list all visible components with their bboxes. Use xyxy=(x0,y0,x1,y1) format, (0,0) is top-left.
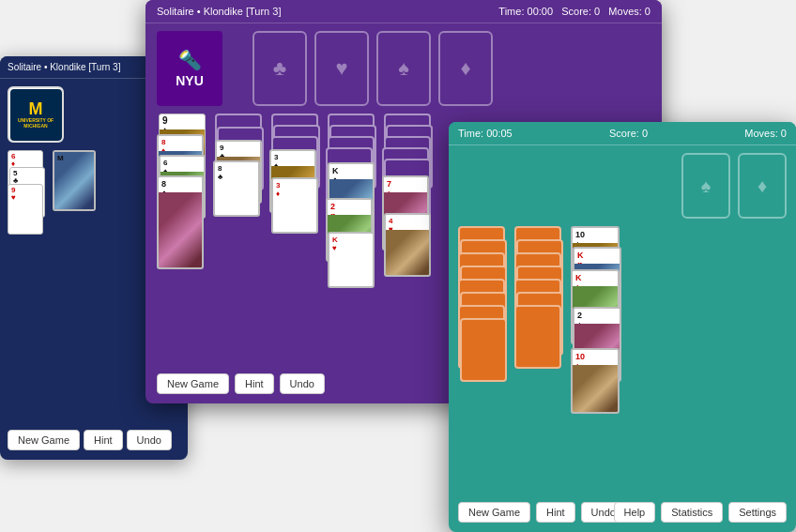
mid-title-bar: Solitaire • Klondike [Turn 3] Time: 00:0… xyxy=(145,0,662,23)
front-game-area: ♠ ♦ xyxy=(449,145,796,493)
front-score: Score: 0 xyxy=(609,128,648,139)
mid-col5-4[interactable]: 4♥ xyxy=(384,213,431,277)
nyu-torch-icon: 🔦 xyxy=(178,49,202,71)
front-window: Time: 00:05 Score: 0 Moves: 0 ♠ ♦ xyxy=(449,122,796,532)
mid-left-buttons: New Game Hint Undo xyxy=(157,373,325,394)
mid-stock-pile[interactable]: 🔦 NYU xyxy=(157,31,222,106)
front-timer: Time: 00:05 xyxy=(458,128,513,139)
front-foundation-1[interactable]: ♠ xyxy=(681,153,730,219)
mid-new-game-button[interactable]: New Game xyxy=(157,373,229,394)
front-new-game-button[interactable]: New Game xyxy=(458,502,530,523)
back-new-game-button[interactable]: New Game xyxy=(8,430,80,450)
nyu-text: NYU xyxy=(176,73,204,88)
front-moves: Moves: 0 xyxy=(744,128,787,139)
front-col3-card5[interactable]: 10♦ xyxy=(571,348,620,414)
back-hint-button[interactable]: Hint xyxy=(84,430,123,450)
back-window-buttons: New Game Hint Undo xyxy=(8,430,172,450)
mid-col4-bot[interactable]: K♥ xyxy=(328,232,375,288)
mid-col1-card4[interactable]: 8♣ xyxy=(157,175,204,269)
mid-foundation-3[interactable]: ♠ xyxy=(376,31,431,106)
mid-foundation-2[interactable]: ♥ xyxy=(314,31,369,106)
mid-stats: Time: 00:00 Score: 0 Moves: 0 xyxy=(498,6,651,17)
front-left-buttons: New Game Hint Undo xyxy=(458,502,626,523)
mid-foundation-4[interactable]: ♦ xyxy=(438,31,493,106)
front-settings-button[interactable]: Settings xyxy=(728,502,787,523)
mid-hint-button[interactable]: Hint xyxy=(235,373,274,394)
mid-window-title: Solitaire • Klondike [Turn 3] xyxy=(157,6,281,17)
front-foundation-2[interactable]: ♦ xyxy=(738,153,787,219)
mid-col3-bot[interactable]: 3♦ xyxy=(271,177,318,234)
back-undo-button[interactable]: Undo xyxy=(127,430,172,450)
front-help-button[interactable]: Help xyxy=(614,502,656,523)
mid-col2-bot[interactable]: 8♣ xyxy=(213,160,260,217)
mid-undo-button[interactable]: Undo xyxy=(280,373,325,394)
front-statistics-button[interactable]: Statistics xyxy=(661,502,723,523)
front-right-buttons: Help Statistics Settings xyxy=(614,502,787,523)
back-window-title: Solitaire • Klondike [Turn 3] xyxy=(8,62,120,72)
front-hint-button[interactable]: Hint xyxy=(536,502,575,523)
front-tableau: 10♠ K♥ K♦ 2♠ 10♦ xyxy=(458,226,787,508)
front-title-bar: Time: 00:05 Score: 0 Moves: 0 xyxy=(449,122,796,145)
mid-foundation-1[interactable]: ♣ xyxy=(253,31,307,106)
